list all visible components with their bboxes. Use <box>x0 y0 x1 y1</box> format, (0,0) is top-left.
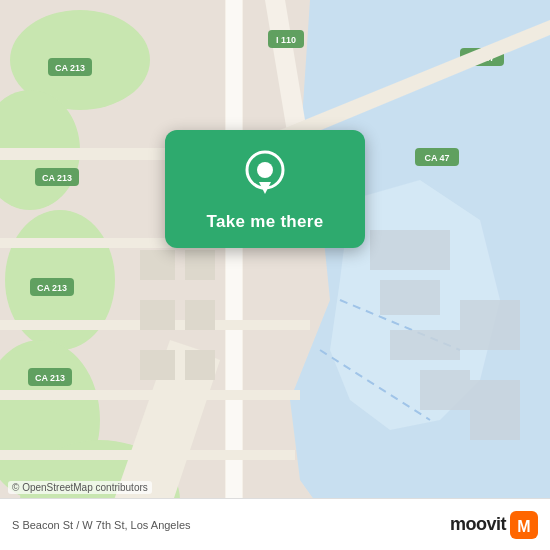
location-label: S Beacon St / W 7th St, Los Angeles <box>12 519 191 531</box>
svg-rect-46 <box>185 350 215 380</box>
svg-rect-35 <box>370 230 450 270</box>
svg-rect-37 <box>390 330 460 360</box>
svg-text:CA 213: CA 213 <box>37 283 67 293</box>
moovit-icon: M <box>510 511 538 539</box>
location-pin-icon <box>239 148 291 200</box>
svg-text:CA 47: CA 47 <box>424 153 449 163</box>
take-me-there-button[interactable]: Take me there <box>207 212 324 232</box>
moovit-logo: moovit M <box>450 511 538 539</box>
map-copyright: © OpenStreetMap contributors <box>8 481 152 494</box>
svg-point-48 <box>257 162 273 178</box>
svg-text:I 110: I 110 <box>276 35 296 45</box>
map-background: I 110 CA 213 CA 213 CA 213 CA 213 CA 47 … <box>0 0 550 550</box>
moovit-brand-text: moovit <box>450 514 506 535</box>
svg-rect-44 <box>185 300 215 330</box>
svg-rect-39 <box>460 300 520 350</box>
svg-text:CA 213: CA 213 <box>42 173 72 183</box>
svg-rect-43 <box>140 300 175 330</box>
svg-rect-42 <box>185 250 215 280</box>
svg-rect-38 <box>420 370 470 410</box>
svg-rect-41 <box>140 250 175 280</box>
svg-text:CA 213: CA 213 <box>35 373 65 383</box>
bottom-bar: S Beacon St / W 7th St, Los Angeles moov… <box>0 498 550 550</box>
svg-rect-11 <box>226 0 242 550</box>
map-container: I 110 CA 213 CA 213 CA 213 CA 213 CA 47 … <box>0 0 550 550</box>
svg-text:CA 213: CA 213 <box>55 63 85 73</box>
svg-rect-40 <box>470 380 520 440</box>
svg-rect-45 <box>140 350 175 380</box>
location-card: Take me there <box>165 130 365 248</box>
svg-text:M: M <box>517 518 530 535</box>
svg-rect-36 <box>380 280 440 315</box>
